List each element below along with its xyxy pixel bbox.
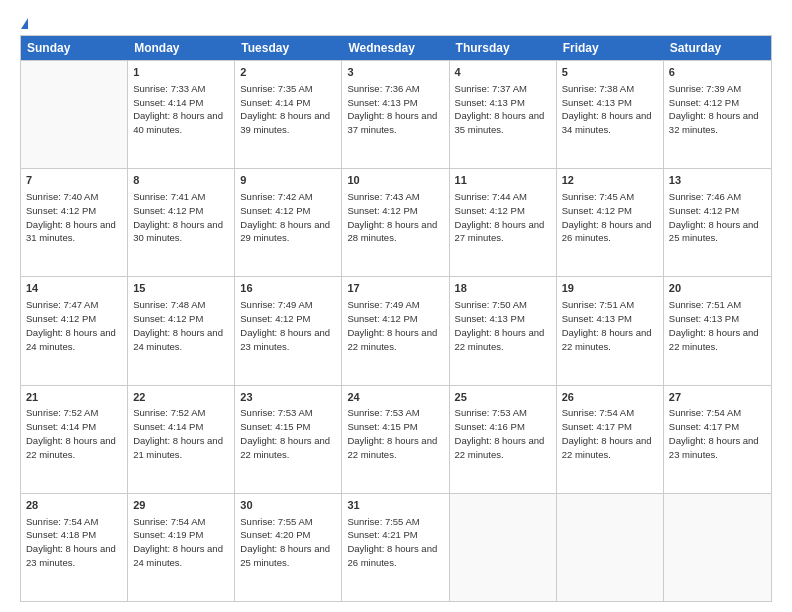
cell-info-text: Sunrise: 7:52 AM Sunset: 4:14 PM Dayligh…	[133, 407, 223, 459]
day-number: 22	[133, 390, 229, 405]
calendar-row-2: 14Sunrise: 7:47 AM Sunset: 4:12 PM Dayli…	[21, 276, 771, 384]
calendar-row-0: 1Sunrise: 7:33 AM Sunset: 4:14 PM Daylig…	[21, 60, 771, 168]
calendar-cell-0-1: 1Sunrise: 7:33 AM Sunset: 4:14 PM Daylig…	[128, 61, 235, 168]
cell-info-text: Sunrise: 7:51 AM Sunset: 4:13 PM Dayligh…	[669, 299, 759, 351]
cell-info-text: Sunrise: 7:54 AM Sunset: 4:17 PM Dayligh…	[562, 407, 652, 459]
calendar-cell-2-2: 16Sunrise: 7:49 AM Sunset: 4:12 PM Dayli…	[235, 277, 342, 384]
calendar-cell-0-0	[21, 61, 128, 168]
calendar-cell-0-2: 2Sunrise: 7:35 AM Sunset: 4:14 PM Daylig…	[235, 61, 342, 168]
cell-info-text: Sunrise: 7:40 AM Sunset: 4:12 PM Dayligh…	[26, 191, 116, 243]
weekday-header-saturday: Saturday	[664, 36, 771, 60]
cell-info-text: Sunrise: 7:35 AM Sunset: 4:14 PM Dayligh…	[240, 83, 330, 135]
cell-info-text: Sunrise: 7:39 AM Sunset: 4:12 PM Dayligh…	[669, 83, 759, 135]
calendar-cell-1-1: 8Sunrise: 7:41 AM Sunset: 4:12 PM Daylig…	[128, 169, 235, 276]
calendar-cell-2-4: 18Sunrise: 7:50 AM Sunset: 4:13 PM Dayli…	[450, 277, 557, 384]
cell-info-text: Sunrise: 7:46 AM Sunset: 4:12 PM Dayligh…	[669, 191, 759, 243]
cell-info-text: Sunrise: 7:53 AM Sunset: 4:15 PM Dayligh…	[347, 407, 437, 459]
calendar-cell-2-6: 20Sunrise: 7:51 AM Sunset: 4:13 PM Dayli…	[664, 277, 771, 384]
logo-icon	[21, 18, 28, 29]
day-number: 17	[347, 281, 443, 296]
calendar-cell-4-1: 29Sunrise: 7:54 AM Sunset: 4:19 PM Dayli…	[128, 494, 235, 601]
calendar: SundayMondayTuesdayWednesdayThursdayFrid…	[20, 35, 772, 602]
calendar-row-4: 28Sunrise: 7:54 AM Sunset: 4:18 PM Dayli…	[21, 493, 771, 601]
calendar-cell-4-5	[557, 494, 664, 601]
calendar-header: SundayMondayTuesdayWednesdayThursdayFrid…	[21, 36, 771, 60]
cell-info-text: Sunrise: 7:50 AM Sunset: 4:13 PM Dayligh…	[455, 299, 545, 351]
calendar-cell-4-4	[450, 494, 557, 601]
calendar-cell-0-4: 4Sunrise: 7:37 AM Sunset: 4:13 PM Daylig…	[450, 61, 557, 168]
day-number: 21	[26, 390, 122, 405]
calendar-cell-3-3: 24Sunrise: 7:53 AM Sunset: 4:15 PM Dayli…	[342, 386, 449, 493]
cell-info-text: Sunrise: 7:43 AM Sunset: 4:12 PM Dayligh…	[347, 191, 437, 243]
calendar-cell-1-4: 11Sunrise: 7:44 AM Sunset: 4:12 PM Dayli…	[450, 169, 557, 276]
calendar-row-1: 7Sunrise: 7:40 AM Sunset: 4:12 PM Daylig…	[21, 168, 771, 276]
cell-info-text: Sunrise: 7:33 AM Sunset: 4:14 PM Dayligh…	[133, 83, 223, 135]
calendar-body: 1Sunrise: 7:33 AM Sunset: 4:14 PM Daylig…	[21, 60, 771, 601]
day-number: 6	[669, 65, 766, 80]
cell-info-text: Sunrise: 7:53 AM Sunset: 4:15 PM Dayligh…	[240, 407, 330, 459]
calendar-cell-1-6: 13Sunrise: 7:46 AM Sunset: 4:12 PM Dayli…	[664, 169, 771, 276]
cell-info-text: Sunrise: 7:42 AM Sunset: 4:12 PM Dayligh…	[240, 191, 330, 243]
calendar-row-3: 21Sunrise: 7:52 AM Sunset: 4:14 PM Dayli…	[21, 385, 771, 493]
day-number: 9	[240, 173, 336, 188]
calendar-cell-1-3: 10Sunrise: 7:43 AM Sunset: 4:12 PM Dayli…	[342, 169, 449, 276]
day-number: 29	[133, 498, 229, 513]
calendar-cell-2-5: 19Sunrise: 7:51 AM Sunset: 4:13 PM Dayli…	[557, 277, 664, 384]
logo	[20, 18, 29, 29]
cell-info-text: Sunrise: 7:49 AM Sunset: 4:12 PM Dayligh…	[240, 299, 330, 351]
cell-info-text: Sunrise: 7:54 AM Sunset: 4:18 PM Dayligh…	[26, 516, 116, 568]
day-number: 10	[347, 173, 443, 188]
weekday-header-monday: Monday	[128, 36, 235, 60]
calendar-cell-3-6: 27Sunrise: 7:54 AM Sunset: 4:17 PM Dayli…	[664, 386, 771, 493]
cell-info-text: Sunrise: 7:38 AM Sunset: 4:13 PM Dayligh…	[562, 83, 652, 135]
cell-info-text: Sunrise: 7:55 AM Sunset: 4:20 PM Dayligh…	[240, 516, 330, 568]
day-number: 30	[240, 498, 336, 513]
cell-info-text: Sunrise: 7:54 AM Sunset: 4:17 PM Dayligh…	[669, 407, 759, 459]
weekday-header-tuesday: Tuesday	[235, 36, 342, 60]
day-number: 26	[562, 390, 658, 405]
calendar-cell-4-2: 30Sunrise: 7:55 AM Sunset: 4:20 PM Dayli…	[235, 494, 342, 601]
calendar-cell-2-1: 15Sunrise: 7:48 AM Sunset: 4:12 PM Dayli…	[128, 277, 235, 384]
day-number: 24	[347, 390, 443, 405]
weekday-header-friday: Friday	[557, 36, 664, 60]
calendar-cell-1-0: 7Sunrise: 7:40 AM Sunset: 4:12 PM Daylig…	[21, 169, 128, 276]
cell-info-text: Sunrise: 7:55 AM Sunset: 4:21 PM Dayligh…	[347, 516, 437, 568]
day-number: 5	[562, 65, 658, 80]
page: SundayMondayTuesdayWednesdayThursdayFrid…	[0, 0, 792, 612]
day-number: 8	[133, 173, 229, 188]
day-number: 14	[26, 281, 122, 296]
day-number: 27	[669, 390, 766, 405]
calendar-cell-4-6	[664, 494, 771, 601]
day-number: 4	[455, 65, 551, 80]
cell-info-text: Sunrise: 7:41 AM Sunset: 4:12 PM Dayligh…	[133, 191, 223, 243]
day-number: 12	[562, 173, 658, 188]
day-number: 16	[240, 281, 336, 296]
calendar-cell-0-3: 3Sunrise: 7:36 AM Sunset: 4:13 PM Daylig…	[342, 61, 449, 168]
day-number: 31	[347, 498, 443, 513]
cell-info-text: Sunrise: 7:53 AM Sunset: 4:16 PM Dayligh…	[455, 407, 545, 459]
day-number: 2	[240, 65, 336, 80]
weekday-header-sunday: Sunday	[21, 36, 128, 60]
calendar-cell-1-5: 12Sunrise: 7:45 AM Sunset: 4:12 PM Dayli…	[557, 169, 664, 276]
calendar-cell-2-0: 14Sunrise: 7:47 AM Sunset: 4:12 PM Dayli…	[21, 277, 128, 384]
cell-info-text: Sunrise: 7:52 AM Sunset: 4:14 PM Dayligh…	[26, 407, 116, 459]
day-number: 7	[26, 173, 122, 188]
day-number: 18	[455, 281, 551, 296]
weekday-header-wednesday: Wednesday	[342, 36, 449, 60]
header	[20, 18, 772, 29]
cell-info-text: Sunrise: 7:45 AM Sunset: 4:12 PM Dayligh…	[562, 191, 652, 243]
cell-info-text: Sunrise: 7:49 AM Sunset: 4:12 PM Dayligh…	[347, 299, 437, 351]
day-number: 1	[133, 65, 229, 80]
cell-info-text: Sunrise: 7:54 AM Sunset: 4:19 PM Dayligh…	[133, 516, 223, 568]
cell-info-text: Sunrise: 7:51 AM Sunset: 4:13 PM Dayligh…	[562, 299, 652, 351]
day-number: 13	[669, 173, 766, 188]
day-number: 28	[26, 498, 122, 513]
calendar-cell-3-1: 22Sunrise: 7:52 AM Sunset: 4:14 PM Dayli…	[128, 386, 235, 493]
calendar-cell-4-3: 31Sunrise: 7:55 AM Sunset: 4:21 PM Dayli…	[342, 494, 449, 601]
calendar-cell-3-4: 25Sunrise: 7:53 AM Sunset: 4:16 PM Dayli…	[450, 386, 557, 493]
day-number: 11	[455, 173, 551, 188]
day-number: 20	[669, 281, 766, 296]
cell-info-text: Sunrise: 7:44 AM Sunset: 4:12 PM Dayligh…	[455, 191, 545, 243]
day-number: 19	[562, 281, 658, 296]
calendar-cell-1-2: 9Sunrise: 7:42 AM Sunset: 4:12 PM Daylig…	[235, 169, 342, 276]
